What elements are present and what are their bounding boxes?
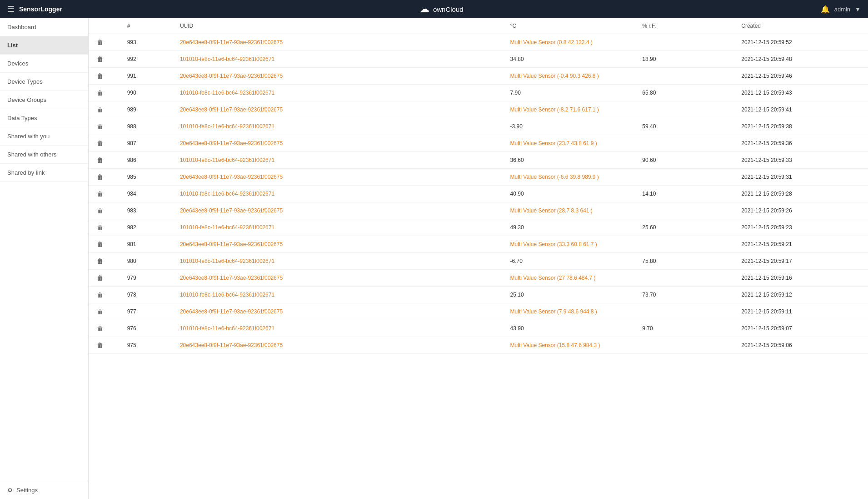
col-header-num: # (122, 18, 175, 34)
col-header-delete (89, 18, 122, 34)
table-row: 🗑988101010-fe8c-11e6-bc64-92361f002671-3… (89, 118, 868, 135)
delete-button[interactable]: 🗑 (94, 139, 106, 148)
delete-button[interactable]: 🗑 (94, 341, 106, 350)
delete-button[interactable]: 🗑 (94, 172, 106, 181)
user-label[interactable]: admin (834, 6, 850, 13)
user-dropdown-icon[interactable]: ▼ (855, 6, 861, 13)
delete-button[interactable]: 🗑 (94, 71, 106, 81)
delete-button[interactable]: 🗑 (94, 324, 106, 333)
table-row: 🗑992101010-fe8c-11e6-bc64-92361f00267134… (89, 51, 868, 68)
row-number: 984 (122, 186, 175, 202)
created-value: 2021-12-15 20:59:28 (736, 186, 868, 202)
uuid-link[interactable]: 20e643ee8-0f9f-11e7-93ae-92361f002675 (180, 207, 283, 214)
humidity-value: 65.80 (637, 85, 736, 101)
sidebar-item-device-groups[interactable]: Device Groups (0, 91, 88, 109)
delete-button[interactable]: 🗑 (94, 122, 106, 131)
sidebar-item-dashboard[interactable]: Dashboard (0, 18, 88, 36)
delete-button[interactable]: 🗑 (94, 307, 106, 316)
delete-button[interactable]: 🗑 (94, 240, 106, 249)
delete-button[interactable]: 🗑 (94, 189, 106, 198)
table-row: 🗑990101010-fe8c-11e6-bc64-92361f0026717.… (89, 85, 868, 101)
uuid-link[interactable]: 101010-fe8c-11e6-bc64-92361f002671 (180, 292, 274, 298)
sidebar-item-shared-by-link[interactable]: Shared by link (0, 164, 88, 182)
temp-value: 40.90 (505, 186, 637, 202)
sidebar-item-data-types[interactable]: Data Types (0, 109, 88, 127)
created-value: 2021-12-15 20:59:46 (736, 68, 868, 85)
temp-value: -3.90 (505, 118, 637, 135)
sidebar-item-list[interactable]: List (0, 36, 88, 55)
uuid-link[interactable]: 20e643ee8-0f9f-11e7-93ae-92361f002675 (180, 39, 283, 45)
humidity-value (637, 303, 736, 320)
uuid-link[interactable]: 20e643ee8-0f9f-11e7-93ae-92361f002675 (180, 140, 283, 146)
created-value: 2021-12-15 20:59:43 (736, 85, 868, 101)
uuid-link[interactable]: 20e643ee8-0f9f-11e7-93ae-92361f002675 (180, 241, 283, 247)
settings-item[interactable]: ⚙ Settings (0, 481, 88, 499)
table-row: 🗑984101010-fe8c-11e6-bc64-92361f00267140… (89, 186, 868, 202)
delete-button[interactable]: 🗑 (94, 290, 106, 299)
uuid-link[interactable]: 101010-fe8c-11e6-bc64-92361f002671 (180, 258, 274, 264)
uuid-link[interactable]: 101010-fe8c-11e6-bc64-92361f002671 (180, 224, 274, 231)
uuid-link[interactable]: 101010-fe8c-11e6-bc64-92361f002671 (180, 90, 274, 96)
row-number: 982 (122, 219, 175, 236)
table-row: 🗑97720e643ee8-0f9f-11e7-93ae-92361f00267… (89, 303, 868, 320)
sidebar: DashboardListDevicesDevice TypesDevice G… (0, 18, 89, 499)
row-number: 989 (122, 101, 175, 118)
temp-value: 49.30 (505, 219, 637, 236)
temp-value: Multi Value Sensor (-8.2 71.6 617.1 ) (505, 101, 637, 118)
settings-label: Settings (16, 487, 38, 494)
row-number: 981 (122, 236, 175, 253)
row-number: 978 (122, 287, 175, 303)
uuid-link[interactable]: 20e643ee8-0f9f-11e7-93ae-92361f002675 (180, 73, 283, 79)
col-header-created: Created (736, 18, 868, 34)
created-value: 2021-12-15 20:59:41 (736, 101, 868, 118)
uuid-link[interactable]: 20e643ee8-0f9f-11e7-93ae-92361f002675 (180, 275, 283, 281)
uuid-link[interactable]: 101010-fe8c-11e6-bc64-92361f002671 (180, 56, 274, 62)
uuid-link[interactable]: 101010-fe8c-11e6-bc64-92361f002671 (180, 191, 274, 197)
delete-button[interactable]: 🗑 (94, 88, 106, 97)
row-number: 986 (122, 152, 175, 169)
delete-button[interactable]: 🗑 (94, 55, 106, 64)
created-value: 2021-12-15 20:59:21 (736, 236, 868, 253)
uuid-link[interactable]: 20e643ee8-0f9f-11e7-93ae-92361f002675 (180, 106, 283, 113)
main-content: # UUID °C % r.F. Created 🗑99320e643ee8-0… (89, 18, 868, 499)
delete-button[interactable]: 🗑 (94, 273, 106, 282)
table-row: 🗑97520e643ee8-0f9f-11e7-93ae-92361f00267… (89, 337, 868, 354)
row-number: 985 (122, 169, 175, 186)
table-row: 🗑978101010-fe8c-11e6-bc64-92361f00267125… (89, 287, 868, 303)
sidebar-item-shared-with-you[interactable]: Shared with you (0, 127, 88, 146)
hamburger-menu-icon[interactable]: ☰ (7, 4, 15, 14)
delete-button[interactable]: 🗑 (94, 257, 106, 266)
row-number: 990 (122, 85, 175, 101)
uuid-link[interactable]: 101010-fe8c-11e6-bc64-92361f002671 (180, 123, 274, 130)
sidebar-item-devices[interactable]: Devices (0, 55, 88, 73)
humidity-value (637, 270, 736, 287)
sidebar-item-device-types[interactable]: Device Types (0, 73, 88, 91)
table-header-row: # UUID °C % r.F. Created (89, 18, 868, 34)
bell-icon[interactable]: 🔔 (821, 5, 830, 14)
delete-button[interactable]: 🗑 (94, 206, 106, 215)
uuid-link[interactable]: 20e643ee8-0f9f-11e7-93ae-92361f002675 (180, 174, 283, 180)
temp-value: 36.60 (505, 152, 637, 169)
temp-value: 25.10 (505, 287, 637, 303)
humidity-value: 25.60 (637, 219, 736, 236)
uuid-link[interactable]: 20e643ee8-0f9f-11e7-93ae-92361f002675 (180, 342, 283, 348)
row-number: 976 (122, 320, 175, 337)
sidebar-item-shared-with-others[interactable]: Shared with others (0, 146, 88, 164)
uuid-link[interactable]: 20e643ee8-0f9f-11e7-93ae-92361f002675 (180, 308, 283, 315)
uuid-link[interactable]: 101010-fe8c-11e6-bc64-92361f002671 (180, 325, 274, 332)
humidity-value (637, 135, 736, 152)
temp-value: 43.90 (505, 320, 637, 337)
delete-button[interactable]: 🗑 (94, 38, 106, 47)
humidity-value (637, 202, 736, 219)
col-header-temp: °C (505, 18, 637, 34)
delete-button[interactable]: 🗑 (94, 223, 106, 232)
created-value: 2021-12-15 20:59:17 (736, 253, 868, 270)
humidity-value: 75.80 (637, 253, 736, 270)
table-row: 🗑98320e643ee8-0f9f-11e7-93ae-92361f00267… (89, 202, 868, 219)
delete-button[interactable]: 🗑 (94, 105, 106, 114)
delete-button[interactable]: 🗑 (94, 156, 106, 165)
uuid-link[interactable]: 101010-fe8c-11e6-bc64-92361f002671 (180, 157, 274, 163)
row-number: 991 (122, 68, 175, 85)
humidity-value (637, 337, 736, 354)
created-value: 2021-12-15 20:59:11 (736, 303, 868, 320)
